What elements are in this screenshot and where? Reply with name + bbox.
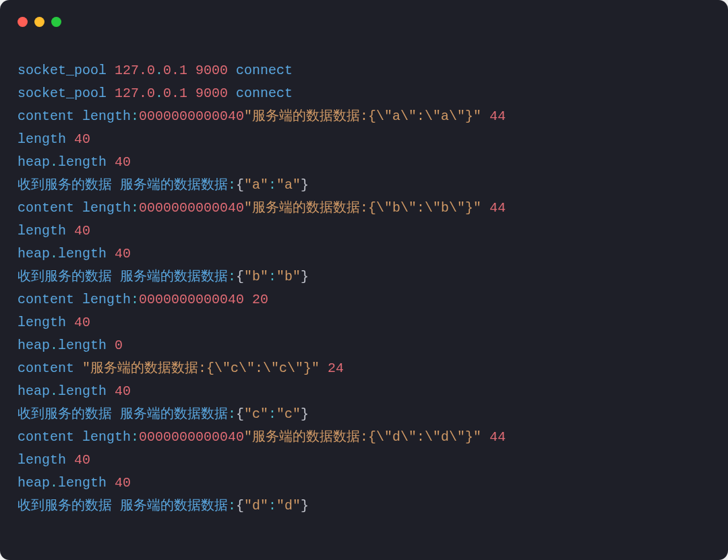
- token: 40: [74, 452, 90, 468]
- token: 44: [489, 429, 506, 445]
- output-line: heap.length 40: [18, 380, 710, 403]
- token: 0: [115, 338, 123, 353]
- titlebar: [18, 13, 710, 30]
- token: content length: [18, 200, 131, 216]
- token: .: [50, 475, 58, 491]
- token: "c": [276, 406, 301, 422]
- token: .: [50, 383, 58, 399]
- token: length: [58, 475, 115, 491]
- output-line: 收到服务的数据 服务端的数据数据:{"b":"b"}: [18, 266, 710, 288]
- close-icon[interactable]: [18, 17, 28, 27]
- token: 44: [489, 200, 506, 216]
- token: "d": [244, 498, 268, 514]
- token: 127.0: [115, 63, 155, 78]
- output-line: heap.length 0: [18, 334, 710, 357]
- maximize-icon[interactable]: [51, 17, 61, 27]
- token: [481, 108, 489, 124]
- token: :: [268, 498, 276, 514]
- token: 127.0: [115, 86, 155, 101]
- token: "服务端的数据数据:{\"b\":\"b\"}": [244, 200, 481, 216]
- token: length: [18, 223, 74, 239]
- token: 40: [115, 475, 131, 491]
- token: }: [301, 269, 309, 284]
- token: .: [155, 86, 163, 101]
- token: :: [131, 200, 139, 216]
- minimize-icon[interactable]: [34, 17, 44, 27]
- token: 24: [328, 361, 344, 376]
- token: 40: [74, 223, 90, 239]
- token: length: [58, 246, 115, 261]
- output-line: length 40: [18, 220, 710, 243]
- token: :: [131, 429, 139, 445]
- token: length: [18, 131, 74, 147]
- token: :: [131, 108, 139, 124]
- token: "d": [276, 498, 301, 514]
- token: [244, 292, 252, 307]
- token: "a": [244, 177, 268, 193]
- token: 40: [74, 315, 90, 330]
- token: length: [58, 154, 115, 170]
- terminal-window: socket_pool 127.0.0.1 9000 connectsocket…: [0, 0, 728, 560]
- token: :: [228, 406, 236, 422]
- token: connect: [228, 86, 293, 101]
- token: content length: [18, 292, 131, 307]
- token: .: [50, 246, 58, 261]
- token: {: [236, 498, 244, 514]
- output-line: heap.length 40: [18, 151, 710, 174]
- token: heap: [18, 338, 50, 353]
- token: content length: [18, 429, 131, 445]
- token: 收到服务的数据 服务端的数据数据: [18, 177, 228, 193]
- token: 0000000000040: [139, 200, 244, 216]
- token: }: [301, 406, 309, 422]
- token: 0000000000040: [139, 292, 244, 307]
- output-line: content length:0000000000040"服务端的数据数据:{\…: [18, 197, 710, 220]
- token: 44: [489, 108, 506, 124]
- token: connect: [228, 63, 293, 78]
- output-line: 收到服务的数据 服务端的数据数据:{"c":"c"}: [18, 403, 710, 426]
- output-line: 收到服务的数据 服务端的数据数据:{"d":"d"}: [18, 495, 710, 518]
- output-line: 收到服务的数据 服务端的数据数据:{"a":"a"}: [18, 174, 710, 197]
- token: {: [236, 269, 244, 284]
- token: [187, 86, 195, 101]
- token: 收到服务的数据 服务端的数据数据: [18, 269, 228, 284]
- token: :: [228, 269, 236, 284]
- token: 20: [252, 292, 268, 307]
- token: .: [50, 338, 58, 353]
- token: 40: [115, 154, 131, 170]
- token: "服务端的数据数据:{\"d\":\"d\"}": [244, 429, 481, 445]
- token: content: [18, 361, 82, 376]
- terminal-output: socket_pool 127.0.0.1 9000 connectsocket…: [18, 59, 710, 518]
- token: "c": [244, 406, 268, 422]
- token: 0000000000040: [139, 429, 244, 445]
- output-line: content length:0000000000040"服务端的数据数据:{\…: [18, 426, 710, 449]
- token: :: [228, 498, 236, 514]
- token: 0.1: [163, 86, 187, 101]
- token: .: [155, 63, 163, 78]
- output-line: socket_pool 127.0.0.1 9000 connect: [18, 82, 710, 105]
- token: :: [131, 292, 139, 307]
- token: :: [268, 269, 276, 284]
- output-line: length 40: [18, 449, 710, 472]
- token: "b": [244, 269, 268, 284]
- token: [187, 63, 195, 78]
- token: :: [268, 177, 276, 193]
- token: content length: [18, 108, 131, 124]
- token: socket_pool: [18, 63, 115, 78]
- token: "服务端的数据数据:{\"a\":\"a\"}": [244, 108, 481, 124]
- token: [320, 361, 328, 376]
- token: 40: [115, 246, 131, 261]
- token: length: [18, 315, 74, 330]
- output-line: content length:0000000000040 20: [18, 288, 710, 311]
- token: socket_pool: [18, 86, 115, 101]
- token: 收到服务的数据 服务端的数据数据: [18, 498, 228, 514]
- output-line: heap.length 40: [18, 243, 710, 266]
- token: heap: [18, 246, 50, 261]
- output-line: heap.length 40: [18, 472, 710, 495]
- token: 9000: [195, 86, 228, 101]
- token: "b": [276, 269, 301, 284]
- token: {: [236, 177, 244, 193]
- output-line: length 40: [18, 128, 710, 151]
- token: length: [18, 452, 74, 468]
- token: 收到服务的数据 服务端的数据数据: [18, 406, 228, 422]
- token: "a": [276, 177, 301, 193]
